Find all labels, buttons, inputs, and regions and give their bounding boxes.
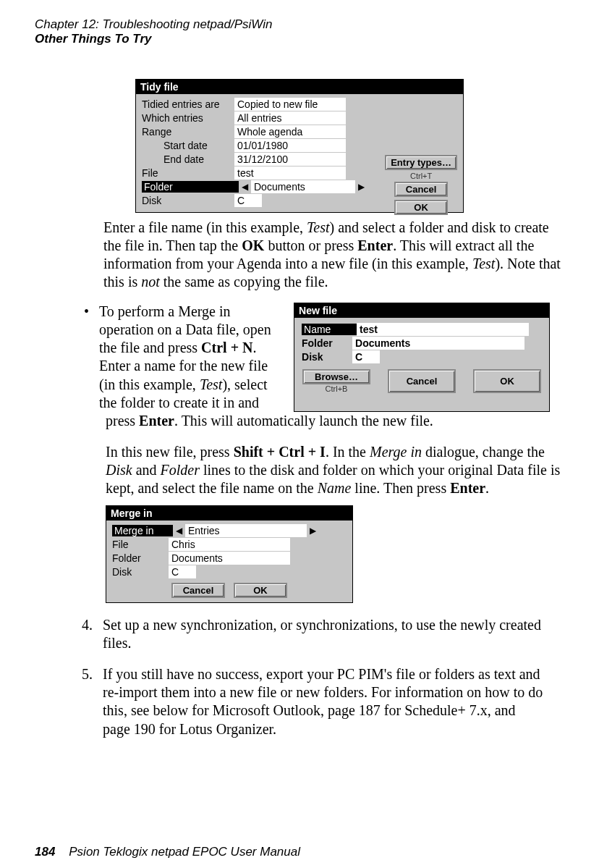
step-5: 5. If you still have no success, export …: [71, 665, 564, 738]
merge-label-file: File: [112, 539, 169, 550]
newfile-ok-button[interactable]: OK: [473, 369, 541, 393]
tidy-field-which[interactable]: All entries: [234, 111, 346, 125]
paragraph-merge-in: In this new file, press Shift + Ctrl + I…: [106, 443, 564, 498]
merge-label-mergein: Merge in: [112, 525, 173, 536]
bullet-marker: •: [84, 303, 89, 412]
entry-types-shortcut: Ctrl+T: [410, 172, 432, 180]
new-file-dialog: New file Nametest FolderDocuments DiskC …: [294, 303, 550, 412]
tidy-label-range: Range: [142, 126, 234, 138]
tidy-label-end: End date: [163, 153, 234, 165]
merge-label-disk: Disk: [112, 566, 169, 578]
tidy-label-which: Which entries: [142, 112, 234, 124]
tidy-field-tidied[interactable]: Copied to new file: [234, 98, 346, 111]
tidy-ok-button[interactable]: OK: [394, 200, 448, 215]
left-arrow-icon[interactable]: ◀: [239, 182, 251, 192]
merge-in-dialog: Merge in Merge in ◀ Entries ▶ FileChris …: [106, 505, 353, 603]
tidy-file-dialog: Tidy file Tidied entries areCopied to ne…: [135, 79, 464, 213]
tidy-label-disk: Disk: [142, 195, 234, 206]
merge-field-folder[interactable]: Documents: [169, 552, 290, 565]
tidy-field-end[interactable]: 31/12/2100: [234, 153, 346, 166]
merge-right-arrow-icon[interactable]: ▶: [307, 526, 319, 536]
newfile-label-folder: Folder: [302, 337, 352, 349]
newfile-titlebar: New file: [294, 303, 549, 318]
newfile-label-disk: Disk: [302, 351, 352, 363]
right-arrow-icon[interactable]: ▶: [355, 182, 368, 192]
bullet-text: To perform a Merge in operation on a Dat…: [99, 303, 284, 412]
merge-field-disk[interactable]: C: [169, 565, 196, 578]
merge-titlebar: Merge in: [106, 506, 352, 521]
tidy-label-folder: Folder: [142, 181, 239, 193]
step-4: 4. Set up a new synchronization, or sync…: [71, 616, 564, 652]
tidy-field-range[interactable]: Whole agenda: [234, 125, 346, 138]
tidy-field-file[interactable]: test: [234, 167, 346, 180]
page-footer: 184 Psion Teklogix netpad EPOC User Manu…: [35, 845, 300, 859]
merge-label-folder: Folder: [112, 552, 169, 564]
merge-field-file[interactable]: Chris: [169, 538, 290, 551]
tidy-cancel-button[interactable]: Cancel: [394, 182, 448, 197]
merge-cancel-button[interactable]: Cancel: [171, 583, 225, 598]
header-chapter: Chapter 12: Troubleshooting netpad/PsiWi…: [35, 17, 564, 32]
paragraph-enter-file: Enter a file name (in this example, Test…: [103, 219, 564, 291]
tidy-field-disk[interactable]: C: [234, 194, 262, 207]
tidy-titlebar: Tidy file: [136, 80, 463, 94]
newfile-field-folder[interactable]: Documents: [352, 337, 524, 350]
newfile-field-disk[interactable]: C: [352, 350, 380, 363]
header-section: Other Things To Try: [35, 32, 564, 46]
entry-types-button[interactable]: Entry types…: [385, 155, 457, 170]
newfile-field-name[interactable]: test: [357, 323, 529, 336]
newfile-cancel-button[interactable]: Cancel: [388, 369, 456, 393]
tidy-label-start: Start date: [163, 140, 234, 151]
newfile-label-name: Name: [302, 324, 357, 335]
browse-shortcut: Ctrl+B: [326, 384, 348, 393]
tidy-label-tidied: Tidied entries are: [142, 98, 234, 110]
merge-field-mergein[interactable]: Entries: [185, 524, 307, 537]
merge-ok-button[interactable]: OK: [234, 583, 287, 598]
tidy-field-folder[interactable]: Documents: [251, 180, 355, 193]
browse-button[interactable]: Browse…: [302, 369, 370, 384]
tidy-label-file: File: [142, 167, 234, 179]
merge-left-arrow-icon[interactable]: ◀: [173, 526, 185, 536]
tidy-field-start[interactable]: 01/01/1980: [234, 139, 346, 152]
bullet-continuation: press Enter. This will automatically lau…: [106, 412, 564, 430]
